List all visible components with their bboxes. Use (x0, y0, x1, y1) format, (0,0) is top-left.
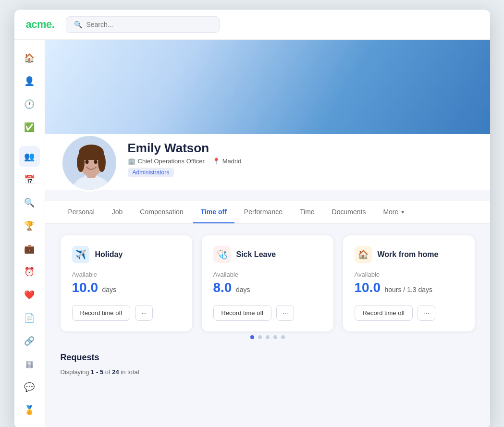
sidebar-item-grid[interactable]: ▦ (19, 354, 40, 375)
sidebar-item-org[interactable]: 🔗 (19, 330, 40, 352)
requests-title: Requests (61, 353, 475, 363)
badge-icon: 🏅 (24, 405, 35, 415)
holiday-card: ✈️ Holiday Available 10.0 days Record ti… (61, 235, 192, 331)
search-bar[interactable]: 🔍 (66, 16, 220, 33)
location-icon: 📍 (212, 158, 220, 165)
profile-title-item: 🏢 Chief Operations Officer (128, 158, 205, 165)
sidebar-item-document[interactable]: 📄 (19, 307, 40, 329)
sidebar-item-time[interactable]: 🕐 (19, 94, 40, 115)
work-from-home-icon: 🏠 (355, 246, 372, 263)
sidebar-item-badge[interactable]: 🏅 (19, 400, 40, 421)
profile-section: Emily Watson 🏢 Chief Operations Officer … (45, 134, 490, 190)
time-icon: 🕐 (24, 99, 35, 110)
sick-leave-available-label: Available (213, 271, 322, 278)
profile-header (45, 40, 490, 146)
tasks-icon: ✅ (24, 122, 35, 133)
app-logo: acme. (26, 18, 55, 31)
profile-header-bg (45, 40, 490, 146)
tab-documents[interactable]: Documents (324, 201, 374, 223)
content-area: Emily Watson 🏢 Chief Operations Officer … (45, 40, 490, 427)
work-from-home-card: 🏠 Work from home Available 10.0 hours / … (343, 235, 475, 331)
calendar-icon: 📅 (24, 174, 35, 185)
tab-personal[interactable]: Personal (61, 201, 102, 223)
home-icon: 🏠 (24, 53, 35, 63)
requests-of-text: of (103, 368, 112, 376)
dot-4 (273, 335, 277, 339)
profile-location-item: 📍 Madrid (212, 158, 242, 165)
sidebar-item-search[interactable]: 🔍 (19, 192, 40, 213)
work-from-home-value: 10.0 (355, 280, 381, 295)
sidebar-item-trophy[interactable]: 🏆 (19, 215, 40, 236)
work-from-home-card-title: Work from home (378, 250, 439, 259)
dots-indicator (61, 335, 475, 339)
holiday-more-button[interactable]: ··· (135, 305, 153, 321)
profile-tag: Administrators (128, 168, 174, 177)
tab-performance[interactable]: Performance (236, 201, 290, 223)
sidebar-item-chat[interactable]: 💬 (19, 377, 40, 398)
requests-section: Requests Displaying 1 - 5 of 24 in total (45, 347, 490, 387)
work-from-home-value-row: 10.0 hours / 1.3 days (355, 280, 463, 295)
sidebar-item-users[interactable]: 👥 (19, 146, 40, 167)
search-nav-icon: 🔍 (24, 197, 35, 208)
sidebar-item-clock[interactable]: ⏰ (19, 261, 40, 282)
sidebar-item-tasks[interactable]: ✅ (19, 117, 40, 138)
sidebar-item-home[interactable]: 🏠 (19, 48, 40, 69)
main-layout: 🏠 👤 🕐 ✅ 👥 📅 🔍 🏆 (14, 40, 490, 427)
requests-info-text: Displaying (61, 368, 91, 376)
search-input[interactable] (86, 21, 211, 28)
tab-more[interactable]: More ▼ (375, 201, 413, 223)
sidebar-item-bag[interactable]: 💼 (19, 238, 40, 259)
sick-leave-more-button[interactable]: ··· (276, 305, 294, 321)
dot-1 (250, 335, 254, 339)
sick-leave-icon: 🩺 (213, 246, 231, 263)
cards-section: ✈️ Holiday Available 10.0 days Record ti… (45, 224, 490, 347)
holiday-card-title: Holiday (95, 250, 123, 259)
logo-text: acme (26, 18, 52, 30)
svg-rect-7 (79, 150, 104, 160)
chevron-down-icon: ▼ (400, 209, 405, 215)
profile-location: Madrid (222, 158, 242, 165)
sidebar-divider (21, 142, 38, 142)
holiday-value-row: 10.0 days (72, 280, 181, 295)
tab-more-label: More (383, 208, 398, 216)
tab-time-off[interactable]: Time off (193, 201, 234, 223)
dot-2 (258, 335, 262, 339)
trophy-icon: 🏆 (24, 220, 35, 231)
work-from-home-record-button[interactable]: Record time off (355, 305, 413, 321)
sick-leave-record-button[interactable]: Record time off (213, 305, 272, 321)
tabs: Personal Job Compensation Time off Perfo… (61, 201, 475, 223)
holiday-record-button[interactable]: Record time off (72, 305, 131, 321)
work-from-home-card-header: 🏠 Work from home (355, 246, 463, 263)
sidebar-item-person[interactable]: 👤 (19, 71, 40, 92)
sick-leave-card-title: Sick Leave (236, 250, 276, 259)
grid-icon: ▦ (25, 359, 34, 369)
holiday-icon: ✈️ (72, 246, 89, 263)
sidebar: 🏠 👤 🕐 ✅ 👥 📅 🔍 🏆 (14, 40, 45, 427)
sick-leave-card-footer: Record time off ··· (213, 305, 322, 321)
sick-leave-unit: days (236, 286, 250, 293)
sidebar-item-calendar[interactable]: 📅 (19, 169, 40, 190)
profile-details: Emily Watson 🏢 Chief Operations Officer … (128, 141, 242, 182)
work-from-home-unit: hours / 1.3 days (384, 286, 432, 293)
tab-time[interactable]: Time (292, 201, 322, 223)
work-from-home-card-footer: Record time off ··· (355, 305, 463, 321)
search-icon: 🔍 (74, 21, 82, 28)
avatar-image (62, 136, 118, 192)
holiday-unit: days (102, 286, 116, 293)
tab-job[interactable]: Job (104, 201, 131, 223)
requests-range: 1 - 5 (91, 368, 103, 376)
svg-point-9 (94, 160, 97, 164)
chat-icon: 💬 (24, 382, 35, 392)
profile-title: Chief Operations Officer (138, 158, 205, 165)
work-from-home-available-label: Available (355, 271, 463, 278)
tab-compensation[interactable]: Compensation (132, 201, 191, 223)
avatar (61, 134, 118, 192)
sidebar-item-heart[interactable]: ❤️ (19, 284, 40, 305)
org-icon: 🔗 (24, 336, 35, 346)
tabs-container: Personal Job Compensation Time off Perfo… (45, 201, 490, 224)
topbar: acme. 🔍 (14, 10, 490, 40)
bag-icon: 💼 (24, 244, 35, 254)
document-icon: 📄 (24, 313, 35, 323)
work-from-home-more-button[interactable]: ··· (418, 305, 435, 321)
logo-dot: . (52, 18, 55, 30)
